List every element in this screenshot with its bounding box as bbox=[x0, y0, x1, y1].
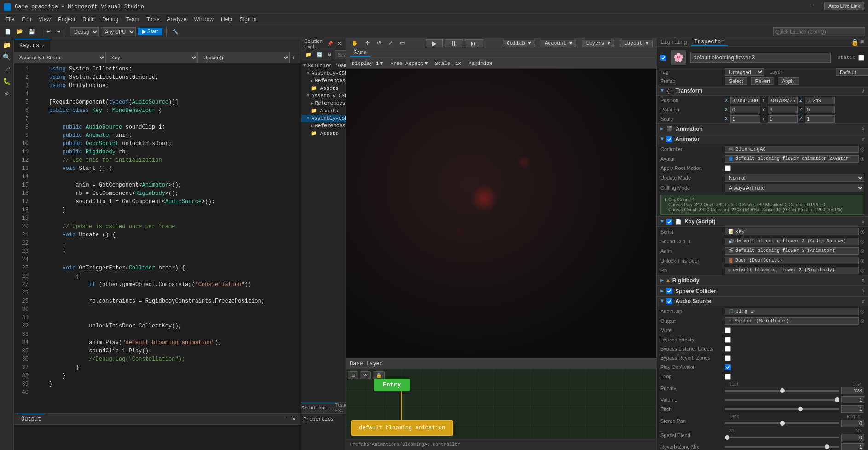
sol-new-folder[interactable]: 📁 bbox=[303, 51, 313, 58]
audio-clip-ref[interactable]: 🎵 ping 1 bbox=[725, 308, 859, 315]
sol-assets3-item[interactable]: 📁 Assets bbox=[301, 129, 346, 137]
anim-target-icon[interactable]: ◎ bbox=[861, 247, 864, 255]
scale-x-input[interactable] bbox=[730, 115, 760, 123]
sphere-collider-header[interactable]: ▶ Sphere Collider ⚙ bbox=[657, 286, 868, 296]
audio-enabled-checkbox[interactable] bbox=[666, 298, 672, 304]
menu-item-sign-in[interactable]: Sign in bbox=[236, 14, 260, 25]
output-ref[interactable]: 🎚 Master (MainMixer) bbox=[725, 317, 859, 325]
scale-y-input[interactable] bbox=[768, 115, 798, 123]
animator-settings-icon[interactable]: ⚙ bbox=[861, 136, 864, 142]
inspector-menu-icon[interactable]: ≡ bbox=[861, 38, 864, 46]
avatar-ref[interactable]: 👤 default blooming flower animation 2Ava… bbox=[725, 155, 859, 163]
code-editor[interactable]: using System.Collections; using System.C… bbox=[32, 63, 301, 413]
sol-asm3-item[interactable]: ▼ Assembly-CSha... bbox=[301, 115, 346, 122]
solution-tab[interactable]: Solution... bbox=[301, 403, 335, 413]
code-content[interactable]: 12345 678910 1112131415 1617181920 21222… bbox=[14, 63, 301, 413]
reverb-input[interactable] bbox=[841, 443, 864, 450]
key-script-target-icon[interactable]: ◎ bbox=[861, 228, 864, 235]
animator-icon-btn[interactable]: 👁 bbox=[360, 371, 371, 379]
layer-dropdown[interactable]: Default bbox=[836, 68, 868, 76]
menu-item-team[interactable]: Team bbox=[122, 14, 143, 25]
rb-ref[interactable]: ⚙ default blooming flower 3 (Rigidbody) bbox=[725, 267, 859, 274]
sol-asm2-item[interactable]: ▼ Assembly-CSha... bbox=[301, 92, 346, 99]
animation-header[interactable]: ▶ 🎬 Animation ⚙ bbox=[657, 123, 868, 134]
sol-pin[interactable]: 📌 bbox=[325, 40, 335, 47]
animator-comp-header[interactable]: ▼ Animator ⚙ bbox=[657, 134, 868, 144]
controller-ref[interactable]: 🎮 BloomingAC bbox=[725, 146, 859, 153]
game-tab[interactable]: Game bbox=[350, 50, 370, 57]
transform-settings-icon[interactable]: ⚙ bbox=[861, 88, 864, 94]
unity-play-btn[interactable]: ▶ bbox=[426, 39, 443, 47]
update-mode-dropdown[interactable]: Normal bbox=[725, 174, 864, 182]
team-explorer-tab[interactable]: Team Ex. bbox=[335, 403, 347, 413]
animator-grid-btn[interactable]: ⊞ bbox=[348, 371, 358, 379]
sol-refresh[interactable]: 🔄 bbox=[314, 51, 324, 58]
auto-live-btn[interactable]: Auto Live Link bbox=[824, 2, 864, 10]
volume-slider[interactable] bbox=[725, 399, 839, 401]
layers-btn[interactable]: Layers ▼ bbox=[582, 40, 614, 47]
select-btn[interactable]: Select bbox=[725, 77, 747, 85]
output-close[interactable]: ✕ bbox=[290, 415, 297, 422]
animator-enabled-checkbox[interactable] bbox=[666, 136, 672, 142]
rb-target-icon[interactable]: ◎ bbox=[861, 266, 864, 274]
menu-item-build[interactable]: Build bbox=[79, 14, 98, 25]
unity-hand-tool[interactable]: ✋ bbox=[350, 40, 360, 46]
priority-input[interactable] bbox=[841, 387, 864, 394]
sol-ref1-item[interactable]: ▶ References bbox=[301, 77, 346, 84]
transform-header[interactable]: ▼ ⟨⟩ Transform ⚙ bbox=[657, 86, 868, 96]
animation-settings-icon[interactable]: ⚙ bbox=[861, 126, 864, 132]
sol-settings[interactable]: ⚙ bbox=[325, 51, 334, 58]
sol-close[interactable]: ✕ bbox=[336, 40, 343, 47]
volume-input[interactable] bbox=[841, 396, 864, 403]
reverb-slider[interactable] bbox=[725, 446, 839, 448]
pitch-slider[interactable] bbox=[725, 408, 839, 410]
output-tab[interactable]: Output bbox=[17, 414, 45, 425]
menu-item-edit[interactable]: Edit bbox=[18, 14, 35, 25]
class-dropdown[interactable]: Key bbox=[106, 52, 198, 63]
close-tab-btn[interactable]: ✕ bbox=[42, 43, 45, 48]
sol-ref2-item[interactable]: ▶ References bbox=[301, 99, 346, 107]
git-icon[interactable]: ⎇ bbox=[2, 64, 12, 74]
start-button[interactable]: ▶ Start bbox=[138, 28, 162, 35]
key-enabled-checkbox[interactable] bbox=[666, 219, 672, 225]
object-active-checkbox[interactable] bbox=[660, 55, 666, 61]
sound-target-icon[interactable]: ◎ bbox=[861, 237, 864, 245]
lighting-tab[interactable]: Lighting bbox=[660, 39, 687, 46]
key-script-ref[interactable]: 📝 Key bbox=[725, 228, 859, 235]
undo-btn[interactable]: ↩ bbox=[45, 28, 52, 35]
audio-clip-target-icon[interactable]: ◎ bbox=[861, 307, 864, 315]
display-selector[interactable]: Display 1 ▼ bbox=[350, 61, 385, 66]
menu-item-view[interactable]: View bbox=[35, 14, 54, 25]
account-btn[interactable]: Account ▼ bbox=[541, 40, 576, 47]
avatar-target-icon[interactable]: ◎ bbox=[861, 155, 864, 163]
pos-y-input[interactable] bbox=[768, 97, 798, 104]
unlock-ref[interactable]: 🚪 Door (DoorScript) bbox=[725, 257, 859, 264]
output-target-icon[interactable]: ◎ bbox=[861, 317, 864, 325]
priority-slider[interactable] bbox=[725, 390, 839, 392]
output-collapse[interactable]: − bbox=[282, 415, 288, 422]
open-toolbar-btn[interactable]: 📂 bbox=[15, 28, 25, 35]
play-awake-checkbox[interactable] bbox=[725, 364, 731, 370]
platform-dropdown[interactable]: Any CPU bbox=[101, 27, 136, 36]
loop-checkbox[interactable] bbox=[725, 374, 731, 380]
collapse-btn[interactable]: + bbox=[290, 54, 301, 61]
unlock-target-icon[interactable]: ◎ bbox=[861, 257, 864, 264]
inspector-tab[interactable]: Inspector bbox=[691, 39, 728, 46]
menu-item-project[interactable]: Project bbox=[54, 14, 79, 25]
bypass-checkbox[interactable] bbox=[725, 337, 731, 343]
rb-settings-icon[interactable]: ⚙ bbox=[861, 277, 864, 283]
debug-config-dropdown[interactable]: Debug bbox=[70, 27, 99, 36]
sol-assets2-item[interactable]: 📁 Assets bbox=[301, 107, 346, 115]
audio-settings-icon[interactable]: ⚙ bbox=[861, 298, 864, 304]
apply-root-checkbox[interactable] bbox=[725, 165, 731, 171]
file-toolbar-btn[interactable]: 📄 bbox=[3, 28, 13, 35]
tag-dropdown[interactable]: Untagged bbox=[725, 68, 764, 76]
unity-pause-btn[interactable]: ⏸ bbox=[445, 39, 463, 47]
sol-asm1-item[interactable]: ▼ Assembly-CSha... bbox=[301, 70, 346, 77]
animator-content[interactable]: ⊞ 👁 🔒 Entry bbox=[346, 369, 656, 439]
unity-scale-tool[interactable]: ⤢ bbox=[387, 40, 394, 46]
menu-item-help[interactable]: Help bbox=[217, 14, 236, 25]
revert-btn[interactable]: Revert bbox=[751, 77, 774, 85]
stereo-input[interactable] bbox=[841, 420, 864, 427]
menu-item-debug[interactable]: Debug bbox=[98, 14, 122, 25]
